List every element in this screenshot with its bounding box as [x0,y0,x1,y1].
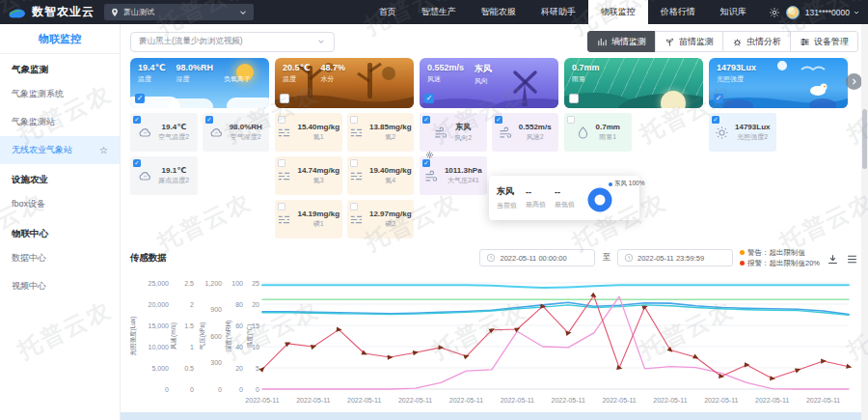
nav-item-0[interactable]: 首页 [366,0,409,24]
sidebar-group-title: 物联中心 [0,218,120,244]
date-to-input[interactable]: 2022-05-11 23:59:59 [617,249,733,266]
weather-card-light[interactable]: 14793Lux光照强度✓ [709,58,848,108]
card-checkbox[interactable]: ✓ [714,94,723,103]
tile-text: 14793Lux光照强度2 [735,123,770,142]
tile-value: 19.40mg/kg [369,166,412,175]
tile-checkbox[interactable] [278,116,285,124]
weather-card-rain[interactable]: 0.7mm雨量 [564,58,703,108]
sidebar-item-无线农业气象站[interactable]: 无线农业气象站☆ [0,136,120,164]
scrollbar-thumb[interactable] [862,109,867,169]
tile-label: 风速2 [519,132,552,142]
sidebar-item-气象监测站[interactable]: 气象监测站 [0,108,120,136]
toolbar-button-设备管理[interactable]: 设备管理 [790,31,858,52]
card-checkbox[interactable]: ✓ [424,94,434,103]
nav-item-3[interactable]: 科研助手 [529,0,588,24]
tile-checkbox[interactable] [278,203,285,210]
cloud-icon [138,169,152,183]
user-phone-text: 131****0000 [805,8,850,17]
card-metrics: 20.5℃温度48.7%水分 [283,63,345,84]
card-checkbox[interactable]: ✓ [135,94,145,103]
download-icon[interactable] [827,252,839,265]
card-metric: 0.7mm雨量 [572,63,600,84]
tile-text: 19.40mg/kg氮4 [369,166,412,185]
y-tick-label: 40 [235,343,243,350]
y-tick-label: 10,000 [149,343,170,350]
sidebar-item-视频中心[interactable]: 视频中心 [0,272,120,300]
weather-card-soil[interactable]: 20.5℃温度48.7%水分 [275,58,414,108]
device-manage-icon [800,37,810,47]
tile-checkbox[interactable] [278,159,285,167]
toolbar-button-label: 虫情分析 [746,36,781,48]
x-axis-label: 2022-05-11 [552,397,585,404]
user-menu[interactable]: 131****0000 [805,8,860,17]
toolbar-button-虫情分析[interactable]: 虫情分析 [722,31,791,52]
tile-settings-gear-icon[interactable] [425,151,434,159]
sidebar-group-title: 气象监测 [0,54,120,80]
nav-item-1[interactable]: 智慧生产 [409,0,469,24]
x-axis-label: 2022-05-11 [704,397,738,404]
tile-text: 98.0%RH空气湿度2 [230,123,262,142]
sidebar-item-气象监测系统[interactable]: 气象监测系统 [0,80,120,108]
tile-checkbox[interactable]: ✓ [422,159,430,167]
x-axis-label: 2022-05-11 [296,397,330,404]
card-checkbox[interactable] [280,94,289,103]
tile-value: 19.4℃ [158,123,189,131]
nav-item-2[interactable]: 智能农服 [469,0,529,24]
y-tick-label: 600 [210,332,222,339]
card-metric: 0.552m/s风速 [427,63,464,86]
card-checkbox[interactable] [569,94,579,103]
tile-checkbox[interactable] [567,116,575,124]
data-view-icon[interactable] [846,252,858,265]
toolbar-button-苗情监测[interactable]: 苗情监测 [655,31,723,52]
weather-card-wind[interactable]: 0.552m/s风速东风风向✓ [420,58,558,108]
horizontal-scroll-strip[interactable] [121,412,861,420]
tile-value: 东风 [454,122,472,132]
y-axis-name: 气压(kPa) [199,322,206,350]
tile-value: 13.85mg/kg [369,123,412,131]
sensor-tiles: 0.7mm雨量1 [564,113,703,152]
station-select[interactable]: 萧山黑土(流量少勿浏览视频) [130,32,335,52]
tile-checkbox[interactable]: ✓ [133,116,141,124]
tile-label: 露点温度2 [158,176,189,185]
metric-label: 负氧离子 [224,74,251,84]
settings-gear-icon[interactable] [769,7,780,18]
tile-checkbox[interactable]: ✓ [712,116,719,124]
date-from-input[interactable]: 2022-05-11 00:00:00 [479,249,595,266]
sidebar-item-数据中心[interactable]: 数据中心 [0,244,120,272]
chevron-down-icon [853,9,860,16]
y-tick-label: 10 [252,343,259,350]
weather-card-sky[interactable]: 19.4℃温度98.0%RH湿度负氧离子✓ [130,58,269,108]
tile-checkbox[interactable] [350,116,358,124]
tile-checkbox[interactable] [350,159,358,167]
soil-layers-icon [349,126,364,140]
tile-checkbox[interactable]: ✓ [205,116,213,124]
tile-checkbox[interactable]: ✓ [422,116,430,124]
tile-checkbox[interactable]: ✓ [495,116,502,124]
wind-icon [499,126,513,140]
nav-item-6[interactable]: 知识库 [708,0,759,24]
y-tick-label: 300 [210,359,222,366]
series-空气湿度2 [262,285,849,288]
sensor-tile-空气湿度2: ✓98.0%RH空气湿度2 [203,113,270,152]
avatar[interactable] [786,6,800,19]
vertical-scrollbar[interactable] [861,24,868,420]
carousel-next-button[interactable] [846,73,862,90]
weather-cards-area: 19.4℃温度98.0%RH湿度负氧离子✓✓19.4℃空气温度2✓98.0%RH… [130,58,858,238]
location-select[interactable]: 萧山测试 [104,4,254,20]
y-tick-label: 25,000 [149,279,170,286]
brand-logo-icon [8,6,27,19]
drop-icon [576,126,590,140]
y-tick-label: 20 [235,364,243,371]
date-from-value: 2022-05-11 00:00:00 [500,254,566,263]
tile-checkbox[interactable] [350,203,358,210]
tile-checkbox[interactable]: ✓ [133,159,141,167]
y-axis-name: 温度(℃) [246,323,254,348]
sensor-tile-磷2: 12.97mg/kg磷2 [347,200,415,238]
metric-value: 14793Lux [717,63,756,73]
sun-icon [715,126,729,140]
toolbar-button-墒情监测[interactable]: 墒情监测 [587,31,656,52]
favorite-star-icon[interactable]: ☆ [99,145,108,155]
nav-item-5[interactable]: 价格行情 [648,0,708,24]
sidebar-item-fbox设备[interactable]: fbox设备 [0,190,120,218]
nav-item-4[interactable]: 物联监控 [588,0,648,24]
